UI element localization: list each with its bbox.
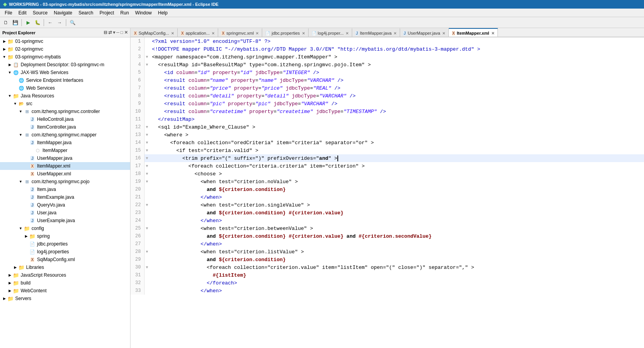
tree-item-libraries[interactable]: ▶ 📁 Libraries — [0, 263, 130, 271]
tree-item-jax-ws[interactable]: ▼ 🌐 JAX-WS Web Services — [0, 69, 130, 76]
code-content-2[interactable]: <!DOCTYPE mapper PUBLIC "-//mybatis.org/… — [150, 45, 644, 53]
tree-item-02-springmvc[interactable]: ▶ 📁 02-springmvc — [0, 45, 130, 53]
code-content-8[interactable]: <result column="detail" property="detail… — [150, 92, 644, 100]
tree-item-ItemMapper-java[interactable]: J ItemMapper.java — [0, 139, 130, 147]
tree-item-config-pkg[interactable]: ▼ 📁 config — [0, 224, 130, 232]
tab-close-ItemMapper-xml-tab[interactable]: ✕ — [491, 31, 494, 35]
tree-item-js-resources[interactable]: ▶ 📁 JavaScript Resources — [0, 271, 130, 279]
code-content-17[interactable]: <foreach collection="criteria.criteria" … — [150, 162, 644, 170]
code-content-28[interactable]: <when test="criterion.listValue" > — [150, 248, 644, 256]
fold-16[interactable]: ▼ — [144, 154, 150, 162]
menu-item-run[interactable]: Run — [117, 9, 132, 16]
fold-25[interactable]: ▼ — [144, 224, 150, 232]
tree-item-build[interactable]: ▶ 📁 build — [0, 279, 130, 287]
tree-item-01-springmvc[interactable]: ▶ 📁 01-springmvc — [0, 37, 130, 45]
fold-3[interactable]: ▼ — [144, 53, 150, 61]
toolbar-run[interactable]: ▶ — [24, 18, 32, 27]
tree-item-Item-java[interactable]: J Item.java — [0, 185, 130, 193]
toolbar-save[interactable]: 💾 — [11, 18, 19, 27]
code-content-24[interactable]: </when> — [150, 217, 644, 224]
menu-item-project[interactable]: Project — [96, 9, 117, 16]
code-content-1[interactable]: <?xml version="1.0" encoding="UTF-8" ?> — [150, 37, 644, 45]
code-content-23[interactable]: and ${criterion.condition} #{criterion.v… — [150, 209, 644, 217]
menu-item-source[interactable]: Source — [30, 9, 51, 16]
tree-item-UserMapper-xml[interactable]: X UserMapper.xml — [0, 170, 130, 178]
code-content-30[interactable]: <foreach collection="criterion.value" it… — [150, 263, 644, 271]
code-content-29[interactable]: and ${criterion.condition} — [150, 256, 644, 263]
code-content-7[interactable]: <result column="price" property="price" … — [150, 84, 644, 92]
code-content-18[interactable]: <choose > — [150, 170, 644, 178]
code-content-21[interactable]: </when> — [150, 193, 644, 201]
tab-close-application[interactable]: ✕ — [212, 31, 215, 35]
tree-item-WebContent[interactable]: ▶ 📁 WebContent — [0, 287, 130, 295]
fold-13[interactable]: ▼ — [144, 131, 150, 139]
tab-springmvc-xml[interactable]: X springmvc.xml ✕ — [218, 28, 262, 37]
tree-item-spring-folder[interactable]: ▶ 📁 spring — [0, 232, 130, 240]
fold-28[interactable]: ▼ — [144, 248, 150, 256]
fold-18[interactable]: ▼ — [144, 170, 150, 178]
code-content-12[interactable]: <sql id="Example_Where_Clause" > — [150, 123, 644, 131]
tab-log4j-prop[interactable]: 📄 log4j.proper... ✕ — [309, 28, 353, 37]
explorer-collapse-icon[interactable]: ⊟ — [104, 30, 107, 35]
menu-item-search[interactable]: Search — [75, 9, 96, 16]
code-content-11[interactable]: </resultMap> — [150, 115, 644, 123]
code-content-26[interactable]: and ${criterion.condition} #{criterion.v… — [150, 232, 644, 240]
code-content-9[interactable]: <result column="pic" property="pic" jdbc… — [150, 100, 644, 108]
explorer-minimize-icon[interactable]: ─ — [116, 30, 120, 35]
tree-item-src[interactable]: ▼ 📂 src — [0, 100, 130, 108]
tab-UserMapper-java-tab[interactable]: J UserMapper.java ✕ — [400, 28, 449, 37]
fold-4[interactable]: ▼ — [144, 61, 150, 69]
tab-jdbc-properties[interactable]: 📄 jdbc.properties ✕ — [262, 28, 308, 37]
tab-application[interactable]: X application... ✕ — [178, 28, 218, 37]
toolbar-debug[interactable]: 🐛 — [33, 18, 42, 27]
menu-item-help[interactable]: Help — [155, 9, 171, 16]
tab-ItemMapper-xml-tab[interactable]: X ItemMapper.xml ✕ — [449, 28, 498, 37]
tree-item-HelloController[interactable]: J HelloControll.java — [0, 115, 130, 123]
explorer-sync-icon[interactable]: ⇄ — [108, 30, 112, 35]
explorer-maximize-icon[interactable]: □ — [120, 30, 123, 35]
code-content-16[interactable]: <trim prefix="(" suffix=")" prefixOverri… — [150, 154, 644, 162]
tree-item-web-services[interactable]: 🌐 Web Services — [0, 84, 130, 92]
menu-item-window[interactable]: Window — [132, 9, 155, 16]
code-content-13[interactable]: <where > — [150, 131, 644, 139]
tree-item-User-java[interactable]: J User.java — [0, 209, 130, 217]
tree-item-QueryVo-java[interactable]: J QueryVo.java — [0, 201, 130, 209]
code-content-19[interactable]: <when test="criterion.noValue" > — [150, 178, 644, 185]
tree-item-ItemExample-java[interactable]: J ItemExample.java — [0, 193, 130, 201]
tree-item-ItemMapper-xml[interactable]: X ItemMapper.xml — [0, 162, 130, 170]
code-content-22[interactable]: <when test="criterion.singleValue" > — [150, 201, 644, 209]
toolbar-new[interactable]: 🗋 — [2, 18, 10, 27]
code-content-27[interactable]: </when> — [150, 240, 644, 248]
tree-item-java-resources[interactable]: ▼ 📁 Java Resources — [0, 92, 130, 100]
tree-item-SqlMapConfig-xml[interactable]: X SqlMapConfig.xml — [0, 256, 130, 263]
tree-item-ItemController[interactable]: J ItemController.java — [0, 123, 130, 131]
tab-close-SqlMapConfig[interactable]: ✕ — [171, 31, 174, 35]
code-content-14[interactable]: <foreach collection="oredCriteria" item=… — [150, 139, 644, 147]
tree-item-03-springmvc-mybatis[interactable]: ▼ 📁 03-springmvc-mybatis — [0, 53, 130, 61]
tree-item-service-endpoint[interactable]: 🌐 Service Endpoint Interfaces — [0, 76, 130, 84]
fold-12[interactable]: ▼ — [144, 123, 150, 131]
code-content-32[interactable]: </foreach> — [150, 279, 644, 287]
tree-item-controller-pkg[interactable]: ▼ ⊞ com.itzheng.springmvc.controller — [0, 108, 130, 115]
code-content-20[interactable]: and ${criterion.condition} — [150, 185, 644, 193]
toolbar-search[interactable]: 🔍 — [68, 18, 77, 27]
code-editor[interactable]: 1<?xml version="1.0" encoding="UTF-8" ?>… — [131, 37, 644, 348]
menu-item-navigate[interactable]: Navigate — [51, 9, 75, 16]
menu-item-file[interactable]: File — [2, 9, 15, 16]
tab-close-springmvc-xml[interactable]: ✕ — [256, 31, 259, 35]
tree-item-log4j-prop[interactable]: 📄 log4j.properties — [0, 248, 130, 256]
explorer-menu-icon[interactable]: ▾ — [113, 30, 115, 35]
tab-close-log4j-prop[interactable]: ✕ — [346, 31, 349, 35]
code-content-31[interactable]: #{listItem} — [150, 271, 644, 279]
tree-item-pojo-pkg[interactable]: ▼ ⊞ com.itzheng.springmvc.pojo — [0, 178, 130, 185]
tab-SqlMapConfig[interactable]: X SqlMapConfig... ✕ — [131, 28, 178, 37]
tree-item-mapper-pkg[interactable]: ▼ ⊞ com.itzheng.springmvc.mapper — [0, 131, 130, 139]
tree-item-deployment-descriptor[interactable]: ▶ 📋 Deployment Descriptor: 03-springmvc-… — [0, 61, 130, 69]
toolbar-back[interactable]: ← — [46, 18, 55, 27]
tab-close-ItemMapper-java-tab[interactable]: ✕ — [393, 31, 397, 35]
fold-17[interactable]: ▼ — [144, 162, 150, 170]
fold-15[interactable]: ▼ — [144, 147, 150, 154]
code-content-3[interactable]: <mapper namespace="com.itzheng.springmvc… — [150, 53, 644, 61]
tree-item-Servers[interactable]: ▶ 📁 Servers — [0, 295, 130, 302]
tab-close-UserMapper-java-tab[interactable]: ✕ — [442, 31, 445, 35]
